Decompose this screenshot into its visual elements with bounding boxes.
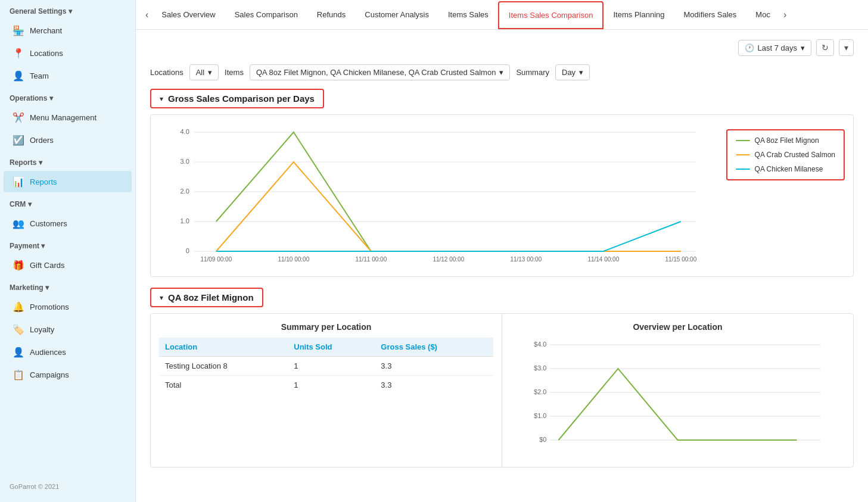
summary-table: Location Units Sold Gross Sales ($) Test… [159, 338, 493, 394]
locations-select[interactable]: All ▾ [189, 64, 219, 80]
locations-chevron-icon: ▾ [208, 68, 212, 77]
cell-location-total: Total [159, 376, 288, 395]
svg-text:11/10 00:00: 11/10 00:00 [278, 256, 309, 263]
tab-sales-comparison[interactable]: Sales Comparison [225, 2, 307, 29]
sidebar-item-promotions[interactable]: 🔔 Promotions [4, 296, 132, 317]
crm-header[interactable]: CRM ▾ [0, 193, 135, 212]
table-row: Testing Location 8 1 3.3 [159, 357, 493, 376]
sidebar-item-menu-management[interactable]: ✂️ Menu Management [4, 107, 132, 128]
col-location: Location [159, 338, 288, 357]
refresh-button[interactable]: ↻ [816, 39, 834, 56]
tab-customer-analysis[interactable]: Customer Analysis [355, 2, 438, 29]
menu-icon: ✂️ [13, 112, 24, 123]
svg-text:$0: $0 [539, 436, 546, 443]
team-icon: 👤 [13, 70, 24, 81]
tab-refunds[interactable]: Refunds [307, 2, 355, 29]
svg-text:11/15 00:00: 11/15 00:00 [665, 256, 696, 263]
nav-next-button[interactable]: › [780, 10, 790, 20]
legend-item-filet-mignon: QA 8oz Filet Mignon [736, 136, 835, 145]
more-options-button[interactable]: ▾ [839, 39, 854, 56]
items-select[interactable]: QA 8oz Filet Mignon, QA Chicken Milanese… [250, 64, 510, 80]
summary-select[interactable]: Day ▾ [555, 64, 590, 80]
table-row: Total 1 3.3 [159, 376, 493, 395]
marketing-header[interactable]: Marketing ▾ [0, 276, 135, 295]
date-range-select[interactable]: 🕐 Last 7 days ▾ [738, 40, 812, 56]
sidebar-item-reports[interactable]: 📊 Reports [4, 171, 132, 192]
cell-gross-1: 3.3 [375, 357, 493, 376]
summary-table-title: Summary per Location [159, 322, 493, 332]
section1-title: Gross Sales Comparison per Days [168, 93, 315, 104]
controls-row: Locations All ▾ Items QA 8oz Filet Migno… [150, 64, 854, 80]
tab-items-sales-comparison[interactable]: Items Sales Comparison [498, 1, 604, 29]
content-area: 🕐 Last 7 days ▾ ↻ ▾ Locations All ▾ Item… [136, 30, 868, 502]
cell-units-total: 1 [288, 376, 375, 395]
sidebar-item-loyalty[interactable]: 🏷️ Loyalty [4, 319, 132, 340]
tab-modifiers-sales[interactable]: Modifiers Sales [674, 2, 746, 29]
clock-icon: 🕐 [745, 43, 754, 52]
sidebar-footer: GoParrot © 2021 [0, 477, 135, 496]
legend-item-chicken-milanese: QA Chicken Milanese [736, 165, 835, 173]
items-chevron-icon: ▾ [499, 68, 503, 77]
tab-items-sales[interactable]: Items Sales [438, 2, 498, 29]
legend-item-crab-salmon: QA Crab Crusted Salmon [736, 151, 835, 159]
cell-location-1: Testing Location 8 [159, 357, 288, 376]
nav-prev-button[interactable]: ‹ [142, 10, 152, 20]
legend-chicken-milanese-color [736, 169, 750, 170]
sidebar-item-team[interactable]: 👤 Team [4, 65, 132, 86]
overview-chart: $4.0 $3.0 $2.0 $1.0 $0 [511, 338, 845, 457]
customers-icon: 👥 [13, 218, 24, 229]
orders-icon: ☑️ [13, 135, 24, 145]
payment-header[interactable]: Payment ▾ [0, 235, 135, 254]
sidebar: General Settings ▾ 🏪 Merchant 📍 Location… [0, 0, 136, 502]
overview-chart-title: Overview per Location [511, 322, 845, 332]
date-range-chevron-icon: ▾ [801, 43, 805, 52]
loyalty-icon: 🏷️ [13, 324, 24, 335]
sidebar-item-orders[interactable]: ☑️ Orders [4, 129, 132, 151]
tab-sales-overview[interactable]: Sales Overview [152, 2, 225, 29]
chart-svg-wrapper: 4.0 3.0 2.0 1.0 0 11/09 00:00 11/10 [159, 123, 720, 268]
sidebar-item-locations[interactable]: 📍 Locations [4, 42, 132, 64]
col-gross-sales: Gross Sales ($) [375, 338, 493, 357]
section2-chevron-icon: ▾ [160, 294, 163, 302]
sidebar-item-gift-cards[interactable]: 🎁 Gift Cards [4, 254, 132, 276]
svg-text:4.0: 4.0 [181, 128, 189, 135]
svg-text:11/12 00:00: 11/12 00:00 [433, 256, 464, 263]
sidebar-item-merchant[interactable]: 🏪 Merchant [4, 20, 132, 41]
reports-icon: 📊 [13, 176, 24, 187]
svg-text:$2.0: $2.0 [534, 388, 546, 395]
general-settings-header[interactable]: General Settings ▾ [0, 0, 135, 19]
filter-row: 🕐 Last 7 days ▾ ↻ ▾ [150, 39, 854, 56]
svg-text:11/11 00:00: 11/11 00:00 [355, 256, 387, 263]
svg-text:11/09 00:00: 11/09 00:00 [200, 256, 232, 263]
bottom-section: Summary per Location Location Units Sold… [150, 313, 854, 467]
col-units-sold: Units Sold [288, 338, 375, 357]
svg-text:3.0: 3.0 [181, 158, 189, 165]
operations-header[interactable]: Operations ▾ [0, 87, 135, 106]
gross-sales-chart: 4.0 3.0 2.0 1.0 0 11/09 00:00 11/10 [159, 123, 720, 266]
summary-chevron-icon: ▾ [579, 68, 583, 77]
section1-chevron-icon: ▾ [160, 95, 163, 103]
audiences-icon: 👤 [13, 347, 24, 357]
svg-text:$1.0: $1.0 [534, 412, 546, 419]
sidebar-item-audiences[interactable]: 👤 Audiences [4, 341, 132, 363]
svg-text:2.0: 2.0 [181, 188, 189, 195]
campaigns-icon: 📋 [13, 369, 24, 380]
tab-items-planning[interactable]: Items Planning [603, 2, 674, 29]
tab-moc[interactable]: Moc [746, 2, 780, 29]
reports-header[interactable]: Reports ▾ [0, 151, 135, 170]
legend-filet-mignon-color [736, 140, 750, 141]
svg-text:$3.0: $3.0 [534, 364, 546, 372]
filet-mignon-section-header[interactable]: ▾ QA 8oz Filet Mignon [150, 288, 263, 307]
sidebar-item-campaigns[interactable]: 📋 Campaigns [4, 364, 132, 385]
gross-sales-section-header[interactable]: ▾ Gross Sales Comparison per Days [150, 89, 324, 108]
svg-text:1.0: 1.0 [181, 217, 189, 225]
overview-chart-section: Overview per Location $4.0 $3.0 $2.0 $1.… [502, 314, 853, 467]
items-label: Items [225, 68, 244, 77]
legend-crab-salmon-color [736, 154, 750, 155]
svg-text:0: 0 [186, 247, 189, 254]
top-navigation: ‹ Sales Overview Sales Comparison Refund… [136, 0, 868, 30]
chart-legend: QA 8oz Filet Mignon QA Crab Crusted Salm… [726, 129, 845, 180]
summary-label: Summary [516, 68, 549, 77]
gross-sales-chart-container: 4.0 3.0 2.0 1.0 0 11/09 00:00 11/10 [150, 114, 854, 277]
sidebar-item-customers[interactable]: 👥 Customers [4, 213, 132, 234]
